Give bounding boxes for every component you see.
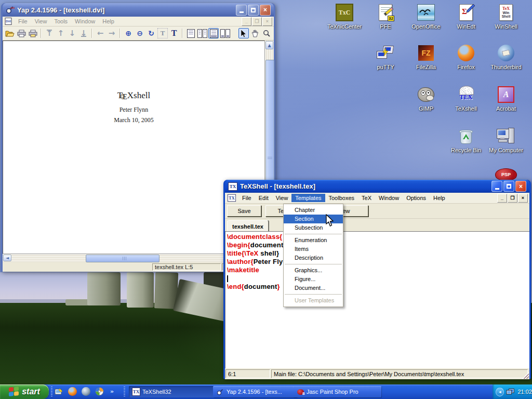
zoom-out-icon[interactable]: ⊖ bbox=[135, 28, 145, 38]
desktop-icon-pfe[interactable]: 32 PFE bbox=[365, 3, 406, 30]
desktop-icon-acrobat[interactable]: A Acrobat bbox=[486, 85, 526, 112]
hand-tool-icon[interactable] bbox=[250, 28, 260, 38]
menu-toolboxes[interactable]: Toolboxes bbox=[325, 194, 358, 202]
mdi-restore-button[interactable]: ❐ bbox=[252, 17, 262, 26]
taskbar-button-yap[interactable]: Yap 2.4.1596 - [texs... bbox=[213, 386, 297, 397]
taskbar-divider bbox=[51, 387, 52, 397]
menu-tex[interactable]: TeX bbox=[358, 194, 375, 202]
taskbar-clock[interactable]: 21:02 bbox=[517, 389, 532, 395]
maximize-button[interactable] bbox=[248, 5, 259, 16]
yap-titlebar[interactable]: dvi Yap 2.4.1596 - [texshell.dvi] × bbox=[3, 3, 274, 17]
taskbar-button-texshell32[interactable]: TX TeXShell32 bbox=[129, 386, 217, 397]
desktop-icon-openoffice[interactable]: OpenOffice bbox=[406, 3, 446, 30]
menu-item-figure[interactable]: Figure... bbox=[284, 275, 343, 284]
taskbar-button-paint-shop-pro[interactable]: 8 Jasc Paint Shop Pro bbox=[293, 386, 381, 397]
desktop-icon-my-computer[interactable]: My Computer bbox=[486, 127, 526, 153]
minimize-button[interactable] bbox=[236, 5, 247, 16]
tex-source-editor[interactable]: \documentclass{ \begin{document} \title{… bbox=[225, 231, 529, 368]
thunderbird-icon[interactable] bbox=[81, 387, 91, 396]
forward-icon[interactable]: → bbox=[107, 28, 117, 38]
menu-help[interactable]: Help bbox=[99, 17, 118, 25]
menu-tools[interactable]: Tools bbox=[50, 17, 71, 25]
menu-templates[interactable]: Templates bbox=[291, 194, 325, 202]
menu-help[interactable]: Help bbox=[430, 194, 449, 202]
toolbar-separator bbox=[182, 29, 183, 38]
mouse-cursor bbox=[326, 214, 335, 228]
menu-item-document[interactable]: Document... bbox=[284, 284, 343, 292]
taskbar: start » TX TeXShell32 Yap 2.4.1596 - [te… bbox=[0, 384, 532, 399]
mdi-close-button[interactable]: × bbox=[262, 17, 272, 26]
show-desktop-icon[interactable] bbox=[54, 387, 64, 396]
select-tool-icon[interactable] bbox=[238, 28, 249, 38]
menu-item-enumeration[interactable]: Enumeration bbox=[284, 236, 343, 245]
mdi-close-button[interactable]: × bbox=[518, 194, 528, 203]
stonehenge-stone bbox=[87, 272, 121, 305]
two-page-view-icon[interactable] bbox=[197, 28, 207, 38]
scroll-up-icon[interactable]: ▲ bbox=[265, 41, 273, 49]
maximize-button[interactable] bbox=[503, 181, 514, 192]
mdi-minimize-button[interactable]: _ bbox=[497, 194, 507, 203]
desktop-icon-putty[interactable]: puTTY bbox=[365, 44, 406, 70]
first-page-icon[interactable]: ↑ bbox=[44, 28, 55, 38]
quick-launch-overflow-chevron[interactable]: » bbox=[110, 388, 114, 395]
previous-page-icon[interactable]: ↑ bbox=[56, 28, 66, 38]
menu-view[interactable]: View bbox=[31, 17, 51, 25]
tray-collapse-chevron-icon[interactable]: ◂ bbox=[496, 388, 504, 396]
scroll-left-icon[interactable]: ◄ bbox=[3, 255, 11, 261]
desktop-icon-label: WinEdt bbox=[446, 23, 486, 30]
desktop-icon-thunderbird[interactable]: Thunderbird bbox=[486, 44, 526, 70]
continuous-two-page-view-icon[interactable] bbox=[220, 28, 230, 38]
ruler-tool-icon[interactable]: T bbox=[157, 28, 168, 38]
mdi-minimize-button[interactable]: _ bbox=[242, 17, 251, 26]
close-button[interactable]: × bbox=[515, 181, 526, 192]
texshell-titlebar[interactable]: TX TeXShell - [texshell.tex] × bbox=[225, 180, 529, 193]
desktop-icon-paint-shop-pro[interactable]: PSP bbox=[495, 168, 519, 181]
desktop-icon-texshell[interactable]: TEX TeXshell bbox=[446, 85, 486, 112]
stonehenge-stone bbox=[127, 272, 154, 308]
menu-edit[interactable]: Edit bbox=[255, 194, 272, 202]
refresh-icon[interactable]: ↻ bbox=[146, 28, 156, 38]
continuous-view-icon[interactable] bbox=[208, 28, 219, 38]
zoom-in-icon[interactable]: ⊕ bbox=[123, 28, 134, 38]
menu-options[interactable]: Options bbox=[403, 194, 430, 202]
print-setup-icon[interactable] bbox=[28, 28, 38, 38]
acrobat-icon: A bbox=[498, 86, 514, 103]
menu-window[interactable]: Window bbox=[71, 17, 99, 25]
minimize-button[interactable] bbox=[491, 181, 502, 192]
media-player-icon[interactable] bbox=[95, 387, 104, 396]
network-status-icon[interactable] bbox=[506, 388, 514, 395]
menu-window[interactable]: Window bbox=[375, 194, 403, 202]
menu-item-items[interactable]: Items bbox=[284, 245, 343, 254]
menu-file[interactable]: File bbox=[15, 17, 31, 25]
menu-item-graphics[interactable]: Graphics... bbox=[284, 266, 343, 275]
horizontal-scrollbar-thumb[interactable] bbox=[86, 255, 159, 262]
start-button[interactable]: start bbox=[0, 384, 49, 399]
desktop-icon-winshell[interactable]: TeXWinShell WinShell bbox=[486, 3, 526, 30]
menu-item-description[interactable]: Description bbox=[284, 254, 343, 262]
desktop-icon-gimp[interactable]: GIMP bbox=[406, 85, 446, 112]
windows-flag-icon bbox=[9, 387, 19, 397]
print-icon[interactable] bbox=[16, 28, 26, 38]
back-icon[interactable]: ← bbox=[95, 28, 105, 38]
resize-grip[interactable] bbox=[522, 372, 529, 379]
magnifier-tool-icon[interactable] bbox=[261, 28, 272, 38]
menu-view[interactable]: View bbox=[272, 194, 292, 202]
close-button[interactable]: × bbox=[260, 5, 271, 16]
desktop-icon-firefox[interactable]: Firefox bbox=[446, 44, 486, 70]
mdi-restore-button[interactable]: ❐ bbox=[508, 194, 517, 203]
next-page-icon[interactable]: ↓ bbox=[67, 28, 77, 38]
desktop-icon-filezilla[interactable]: FZ FileZilla bbox=[406, 44, 446, 70]
menu-item-chapter[interactable]: Chapter bbox=[284, 206, 343, 215]
open-file-icon[interactable] bbox=[5, 28, 15, 38]
last-page-icon[interactable]: ↓ bbox=[78, 28, 89, 38]
text-tool-icon[interactable]: T bbox=[169, 28, 179, 38]
save-button[interactable]: Save bbox=[227, 205, 261, 217]
desktop-icon-recycle-bin[interactable]: Recycle Bin bbox=[446, 127, 486, 153]
tab-texshell-tex[interactable]: texshell.tex bbox=[227, 220, 269, 232]
firefox-icon[interactable] bbox=[68, 387, 77, 396]
desktop-icon-texniccenter[interactable]: TxC TeXnicCenter bbox=[324, 3, 365, 30]
single-page-view-icon[interactable] bbox=[185, 28, 196, 38]
menu-file[interactable]: File bbox=[238, 194, 255, 202]
recycle-bin-icon bbox=[459, 128, 473, 144]
desktop-icon-winedt[interactable]: Σ WinEdt bbox=[446, 3, 486, 30]
